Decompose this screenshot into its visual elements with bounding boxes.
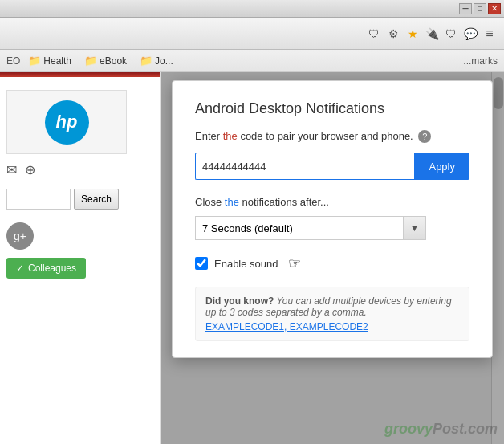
enable-sound-row: Enable sound ☞ [195,255,469,272]
pairing-code-input[interactable] [195,153,414,180]
email-icon[interactable]: ✉ [6,162,17,177]
colleagues-button[interactable]: ✓ Colleagues [6,258,86,279]
toolbar-icons-group: 🛡 ⚙ ★ 🔌 🛡 💬 ≡ [366,26,498,42]
bookmark-ebook[interactable]: 📁 eBook [79,53,132,68]
browser-titlebar: ─ □ ✕ [0,0,504,18]
browser-toolbar: 🛡 ⚙ ★ 🔌 🛡 💬 ≡ [0,18,504,50]
page-content: hp ✉ ⊕ Search g+ ✓ Colleagues [0,77,160,285]
code-input-row: Apply [195,153,469,180]
android-notifications-modal: Android Desktop Notifications Enter the … [172,80,493,358]
minimize-button[interactable]: ─ [459,3,472,14]
bookmark-ceo: EO [6,55,20,67]
check-icon: ✓ [16,263,24,274]
bookmark-health[interactable]: 📁 Health [23,53,76,68]
did-you-know-label: Did you know? [205,295,274,307]
bookmarks-bar: EO 📁 Health 📁 eBook 📁 Jo... ...marks [0,50,504,72]
page-action-icons: ✉ ⊕ [6,162,153,177]
folder-icon: 📁 [28,55,41,67]
puzzle-icon[interactable]: 🔌 [424,26,440,42]
hp-logo: hp [45,100,89,145]
close-notifications-label: Close the notifications after... [195,196,469,208]
page-area: hp ✉ ⊕ Search g+ ✓ Colleagues [0,72,504,444]
search-button[interactable]: Search [74,189,119,210]
star-icon[interactable]: ★ [404,26,421,42]
search-input[interactable] [6,189,71,210]
folder-icon: 📁 [84,55,97,67]
settings-icon[interactable]: ⚙ [385,26,401,42]
bookmark-marks: ...marks [463,55,498,67]
help-icon[interactable]: ? [418,130,431,143]
page-background: hp ✉ ⊕ Search g+ ✓ Colleagues [0,72,161,444]
apply-button[interactable]: Apply [414,153,469,180]
cursor-hand-icon: ☞ [288,255,301,272]
hp-logo-area: hp [6,90,127,154]
timeout-select[interactable]: 7 Seconds (default) [195,216,404,240]
search-row: Search [6,189,153,210]
timeout-dropdown-row: 7 Seconds (default) ▼ [195,216,469,240]
modal-title: Android Desktop Notifications [195,100,469,117]
dropdown-arrow-icon[interactable]: ▼ [404,216,426,240]
gplus-button[interactable]: g+ [6,222,34,250]
rss-icon[interactable]: ⊕ [25,162,35,177]
enable-sound-label[interactable]: Enable sound [214,258,278,270]
menu-icon[interactable]: ≡ [482,26,498,42]
close-button[interactable]: ✕ [488,3,501,14]
main-content: Android Desktop Notifications Enter the … [161,72,504,444]
pocket-icon[interactable]: 🛡 [443,26,459,42]
folder-icon: 📁 [140,55,152,67]
modal-subtitle: Enter the code to pair your browser and … [195,130,469,143]
shield-icon[interactable]: 🛡 [366,26,382,42]
bookmark-jo[interactable]: 📁 Jo... [135,53,178,68]
modal-overlay: Android Desktop Notifications Enter the … [161,72,504,444]
maximize-button[interactable]: □ [474,3,486,14]
did-you-know-section: Did you know? You can add multiple devic… [195,287,469,341]
notification-icon[interactable]: 💬 [462,26,478,42]
enable-sound-checkbox[interactable] [195,257,208,270]
example-code-link[interactable]: EXAMPLECODE1, EXAMPLECODE2 [205,321,459,332]
